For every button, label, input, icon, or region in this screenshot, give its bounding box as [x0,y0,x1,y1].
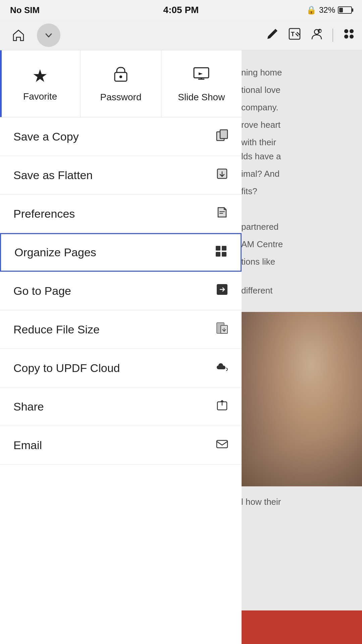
svg-text:T: T [291,31,295,38]
preferences-label: Preferences [13,207,75,220]
svg-rect-18 [222,252,226,257]
grid-button[interactable] [343,28,355,43]
battery-icon [338,6,352,14]
svg-point-7 [344,35,348,39]
email-label: Email [13,439,42,452]
svg-rect-11 [194,68,209,78]
svg-rect-17 [216,252,220,257]
bg-text-1: ning home tional love company. rove hear… [235,60,362,154]
icon-row: ★ Favorite Password [0,50,242,117]
svg-point-8 [350,35,354,39]
password-button[interactable]: Password [81,50,161,117]
person-button[interactable]: ★ [310,28,323,43]
status-right: 🔒 32% [306,5,352,15]
favorite-button[interactable]: ★ Favorite [0,50,81,117]
save-flatten-label: Save as Flatten [13,169,93,182]
share-icon [216,399,228,414]
svg-point-6 [350,29,354,33]
slideshow-label: Slide Show [178,92,225,103]
copy-to-cloud-item[interactable]: Copy to UPDF Cloud [0,349,242,387]
password-label: Password [100,92,142,103]
favorite-label: Favorite [23,91,57,102]
email-icon [216,438,228,452]
bg-text-5: l how their [235,490,362,514]
slideshow-button[interactable]: Slide Show [161,50,242,117]
carrier-label: No SIM [10,5,40,15]
svg-point-5 [344,29,348,33]
toolbar-divider [332,29,333,42]
preferences-item[interactable]: Preferences [0,195,242,233]
go-to-page-icon [216,283,228,298]
battery-percent: 32% [319,5,335,15]
share-item[interactable]: Share [0,387,242,426]
status-bar: No SIM 4:05 PM 🔒 32% [0,0,362,20]
save-flatten-icon [216,168,228,182]
share-label: Share [13,400,44,413]
toolbar-right: T ★ [266,28,355,43]
organize-pages-label: Organize Pages [14,246,96,259]
email-item[interactable]: Email [0,426,242,465]
red-banner [235,610,362,644]
go-to-page-item[interactable]: Go to Page [0,272,242,310]
copy-to-cloud-label: Copy to UPDF Cloud [13,362,120,375]
svg-rect-13 [220,130,227,139]
save-copy-icon [216,129,228,144]
save-copy-label: Save a Copy [13,130,79,143]
reduce-file-size-item[interactable]: Reduce File Size [0,310,242,349]
svg-rect-15 [216,246,220,251]
organize-pages-icon [215,245,227,260]
svg-rect-16 [222,246,226,251]
toolbar: T ★ [0,20,362,50]
svg-text:★: ★ [319,29,322,33]
bg-image [235,312,362,486]
lock-icon: 🔒 [306,5,316,15]
favorite-icon: ★ [32,66,48,86]
copy-to-cloud-icon [216,361,228,375]
annotate-button[interactable] [266,28,279,43]
menu-panel: ★ Favorite Password [0,50,242,644]
bg-text-4: different [235,278,362,303]
text-edit-button[interactable]: T [288,28,301,43]
bg-text-3: partnered AM Centre tions like [235,215,362,274]
bg-text-2: lds have a imal? And fits? [235,144,362,203]
preferences-icon [216,206,228,221]
go-to-page-label: Go to Page [13,284,71,298]
svg-point-10 [119,75,122,78]
reduce-file-size-label: Reduce File Size [13,323,100,336]
main-content: ning home tional love company. rove hear… [0,50,362,644]
save-flatten-item[interactable]: Save as Flatten [0,156,242,195]
time-label: 4:05 PM [163,5,199,15]
slideshow-icon [193,65,210,87]
password-icon [112,65,130,87]
home-button[interactable] [7,23,30,47]
organize-pages-item[interactable]: Organize Pages [0,233,242,272]
svg-rect-23 [217,440,227,448]
save-copy-item[interactable]: Save a Copy [0,117,242,156]
reduce-file-size-icon [216,322,228,337]
dropdown-button[interactable] [37,23,60,47]
